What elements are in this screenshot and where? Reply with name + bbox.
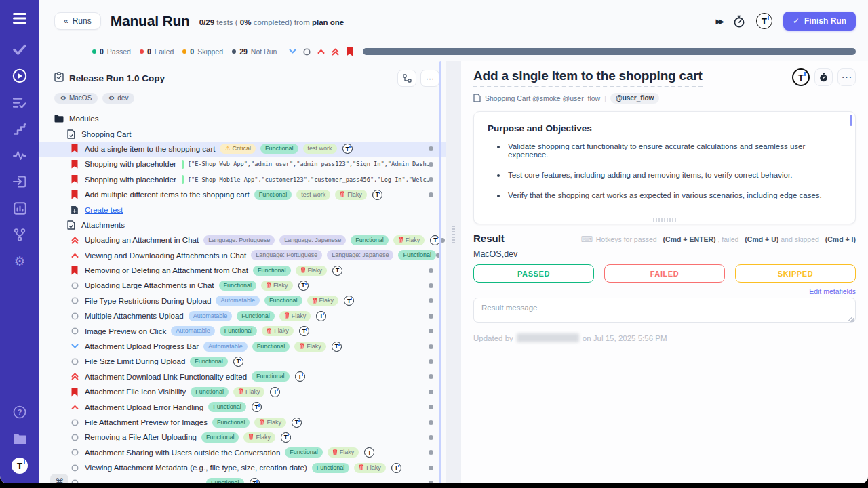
- test-row[interactable]: FunctionalT: [39, 475, 446, 483]
- fast-forward-icon[interactable]: ▶▶: [716, 18, 722, 25]
- timer-button[interactable]: [814, 68, 833, 86]
- result-message-input[interactable]: [473, 298, 856, 323]
- projects-folder-icon[interactable]: [12, 431, 27, 446]
- t-badge-icon[interactable]: T: [344, 296, 354, 306]
- test-row[interactable]: Viewing Attachment Metadata (e.g., file …: [39, 460, 446, 475]
- row-status-dot[interactable]: [429, 466, 433, 470]
- filter-bookmark-icon[interactable]: [346, 47, 353, 56]
- test-row[interactable]: Add multiple different items to the shop…: [39, 187, 446, 202]
- test-row[interactable]: Viewing and Downloading Attachments in C…: [39, 248, 446, 263]
- t-badge-icon[interactable]: T: [391, 463, 401, 473]
- list-scrollbar[interactable]: [439, 61, 441, 483]
- steps-icon[interactable]: [12, 121, 27, 136]
- row-status-dot[interactable]: [429, 405, 433, 409]
- row-status-dot[interactable]: [429, 450, 433, 455]
- t-badge-icon[interactable]: T: [233, 357, 243, 367]
- t-badge-icon[interactable]: T: [295, 371, 305, 382]
- t-badge-icon[interactable]: T: [332, 342, 342, 352]
- test-row[interactable]: Shopping with placeholder["E-Shop Web Ap…: [39, 157, 446, 171]
- t-badge-icon[interactable]: T: [250, 478, 260, 483]
- command-key-icon[interactable]: ⌘: [50, 474, 68, 483]
- row-status-dot[interactable]: [429, 146, 433, 151]
- import-icon[interactable]: [12, 174, 27, 189]
- row-status-dot[interactable]: [429, 298, 433, 303]
- test-row[interactable]: Shopping with placeholder["E-Shop Mobile…: [39, 172, 446, 187]
- test-row[interactable]: Removing or Deleting an Attachment from …: [39, 263, 446, 278]
- passed-button[interactable]: PASSED: [473, 264, 594, 283]
- t-badge-icon[interactable]: T: [292, 418, 302, 428]
- textarea-resize-icon[interactable]: [848, 317, 854, 322]
- assignee-t-avatar[interactable]: T: [756, 13, 772, 29]
- test-row[interactable]: Attachment File Icon VisibilityFunctiona…: [39, 384, 446, 399]
- reports-chart-icon[interactable]: [12, 201, 27, 216]
- test-row[interactable]: File Type Restrictions During UploadAuto…: [39, 293, 446, 308]
- row-status-dot[interactable]: [429, 435, 433, 440]
- tree-suite-row[interactable]: Shopping Cart: [39, 126, 446, 141]
- filter-chevron-up-icon[interactable]: [317, 49, 325, 54]
- create-test-link[interactable]: Create test: [39, 202, 446, 217]
- row-status-dot[interactable]: [429, 268, 433, 273]
- row-status-dot[interactable]: [429, 420, 433, 425]
- test-t-badge[interactable]: T: [792, 68, 810, 86]
- skipped-button[interactable]: SKIPPED: [735, 264, 856, 283]
- t-badge-icon[interactable]: T: [364, 447, 374, 458]
- runs-play-icon[interactable]: [12, 68, 27, 83]
- test-row[interactable]: Attachment Sharing with Users outside th…: [39, 445, 446, 460]
- testomat-logo[interactable]: T: [12, 458, 28, 474]
- back-to-runs-button[interactable]: « Runs: [54, 12, 101, 30]
- filter-circle-icon[interactable]: [303, 48, 311, 56]
- t-badge-icon[interactable]: T: [316, 311, 326, 321]
- plans-list-icon[interactable]: [12, 95, 27, 110]
- timer-icon[interactable]: [733, 15, 745, 28]
- t-badge-icon[interactable]: T: [372, 190, 382, 200]
- test-row[interactable]: File Attachment Preview for ImagesFuncti…: [39, 415, 446, 430]
- tree-folder-row[interactable]: Modules: [39, 111, 446, 126]
- tag-user-flow[interactable]: @user_flow: [610, 93, 659, 104]
- description-scrollbar[interactable]: [850, 115, 852, 126]
- row-status-dot[interactable]: [429, 344, 433, 349]
- t-badge-icon[interactable]: T: [332, 266, 342, 276]
- t-badge-icon[interactable]: T: [342, 144, 353, 154]
- test-row[interactable]: Attachment Upload Error HandlingFunction…: [39, 399, 446, 414]
- finish-run-button[interactable]: ✓ Finish Run: [783, 12, 856, 30]
- filter-double-chevron-up-icon[interactable]: [332, 48, 339, 56]
- test-row[interactable]: Attachment Download Link Functionality e…: [39, 369, 446, 384]
- t-badge-icon[interactable]: T: [281, 432, 291, 443]
- row-status-dot[interactable]: [429, 283, 433, 288]
- test-row[interactable]: Removing a File After UploadingFunctiona…: [39, 430, 446, 445]
- test-row[interactable]: File Size Limit During UploadFunctionalT: [39, 354, 446, 369]
- run-tag[interactable]: ⚙MacOS: [54, 93, 98, 104]
- t-badge-icon[interactable]: T: [252, 402, 262, 412]
- row-status-dot[interactable]: [429, 390, 433, 394]
- test-row[interactable]: Attachment Upload Progress BarAutomatabl…: [39, 339, 446, 354]
- t-badge-icon[interactable]: T: [270, 387, 280, 397]
- run-tag[interactable]: ⚙dev: [102, 93, 134, 104]
- test-title[interactable]: Add a single item to the shopping cart: [473, 68, 703, 87]
- row-status-dot[interactable]: [429, 162, 433, 167]
- help-icon[interactable]: ?: [12, 405, 27, 420]
- t-badge-icon[interactable]: T: [299, 326, 309, 336]
- test-row[interactable]: Uploading Large Attachments in ChatFunct…: [39, 278, 446, 293]
- tests-check-icon[interactable]: [12, 42, 27, 57]
- test-row[interactable]: Image Preview on ClickAutomatableFunctio…: [39, 323, 446, 338]
- row-status-dot[interactable]: [429, 192, 433, 197]
- description-resize-handle[interactable]: [653, 218, 676, 222]
- tree-suite-row[interactable]: Attachments: [39, 218, 446, 232]
- tree-view-button[interactable]: [397, 70, 416, 87]
- failed-button[interactable]: FAILED: [604, 264, 725, 283]
- row-status-dot[interactable]: [429, 359, 433, 364]
- test-row[interactable]: Multiple Attachments UploadAutomatableFu…: [39, 308, 446, 323]
- row-status-dot[interactable]: [429, 481, 433, 483]
- pulse-icon[interactable]: [12, 148, 27, 163]
- t-badge-icon[interactable]: T: [298, 281, 309, 291]
- settings-gear-icon[interactable]: ⚙: [12, 253, 27, 268]
- row-status-dot[interactable]: [429, 329, 433, 333]
- filter-chevron-down-icon[interactable]: [289, 49, 296, 54]
- divider-drag-handle[interactable]: [452, 226, 455, 245]
- test-row[interactable]: Add a single item to the shopping cart⚠C…: [39, 142, 446, 157]
- breadcrumb[interactable]: Shopping Cart @smoke @user_flow: [485, 94, 600, 102]
- test-row[interactable]: Uploading an Attachment in ChatLanguage:…: [39, 232, 446, 247]
- row-status-dot[interactable]: [429, 374, 433, 379]
- test-more-button[interactable]: ···: [837, 68, 856, 86]
- row-status-dot[interactable]: [429, 177, 433, 182]
